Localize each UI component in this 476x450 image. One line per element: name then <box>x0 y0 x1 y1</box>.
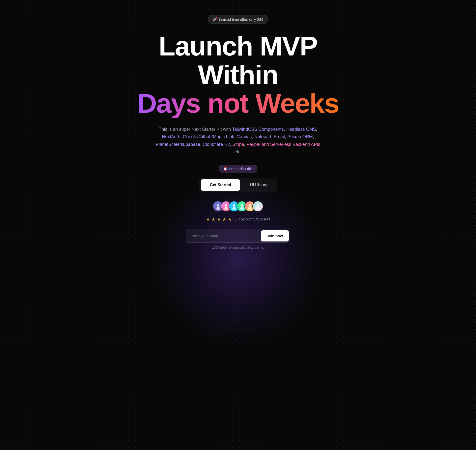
highlight-cloudflare: Cloudflare R2 <box>203 142 230 147</box>
badge-emoji: 🚀 <box>213 17 217 22</box>
highlight-nextauth: NextAuth <box>162 134 180 139</box>
star-5: ★ <box>228 216 232 222</box>
star-4: ★ <box>222 216 227 222</box>
svg-point-0 <box>217 204 220 207</box>
svg-point-5 <box>232 207 236 210</box>
page-wrapper: 🚀 Limited time offer, only $89 Launch MV… <box>0 0 476 450</box>
demo-text: Demo click this <box>229 167 252 171</box>
subtitle-suffix: etc. <box>234 149 241 154</box>
highlight-notepad: Notepad <box>254 134 271 139</box>
highlight-canvas: Canvas <box>237 134 252 139</box>
svg-point-7 <box>240 207 244 210</box>
email-form: Join now <box>186 229 290 243</box>
highlight-planetscale: PlanetScale/supabase <box>156 142 200 147</box>
subtitle-intro: This is an super Next Starter Kit with <box>159 127 232 132</box>
hero-section: 🚀 Limited time offer, only $89 Launch MV… <box>0 0 476 450</box>
rating-detail: by over 121 users <box>241 217 270 221</box>
svg-point-2 <box>225 204 228 207</box>
svg-point-3 <box>224 207 228 210</box>
star-2: ★ <box>211 216 216 222</box>
rating-row: ★ ★ ★ ★ ★ 5.0 by over 121 users <box>206 216 270 222</box>
hero-content: 🚀 Limited time offer, only $89 Launch MV… <box>126 15 350 249</box>
svg-point-11 <box>256 207 260 210</box>
avatar-group <box>213 201 263 212</box>
star-1: ★ <box>206 216 210 222</box>
demo-emoji: 🎯 <box>223 167 228 171</box>
get-started-button[interactable]: Get Started <box>201 179 240 191</box>
headline-line2: Days not Weeks <box>137 89 339 118</box>
highlight-google: Google/Github/Magic Link <box>183 134 234 139</box>
highlight-prisma: Prisma ORM <box>287 134 313 139</box>
highlight-cms: Headless CMS <box>286 127 316 132</box>
highlight-stripe: Stripe <box>233 142 244 147</box>
star-3: ★ <box>217 216 221 222</box>
headline-line1: Launch MVP Within <box>126 32 350 89</box>
highlight-email: Email <box>274 134 285 139</box>
svg-point-8 <box>249 204 251 207</box>
avatar <box>252 201 263 212</box>
cta-buttons-group: Get Started UI Library <box>200 178 276 192</box>
svg-point-1 <box>216 207 220 210</box>
rating-text: 5.0 by over 121 users <box>235 217 270 221</box>
email-input[interactable] <box>186 229 260 242</box>
join-now-button[interactable]: Join now <box>261 230 289 241</box>
highlight-tailwind: TailwindCSS Components <box>232 127 284 132</box>
badge-text: Limited time offer, only $89 <box>219 17 263 22</box>
limited-time-badge: 🚀 Limited time offer, only $89 <box>208 15 268 24</box>
subtitle: This is an super Next Starter Kit with T… <box>154 126 322 156</box>
star-rating: ★ ★ ★ ★ ★ <box>206 216 232 222</box>
svg-point-9 <box>248 207 252 210</box>
svg-point-10 <box>257 204 259 207</box>
free-text: 100% free. Unsubscribe at any time. <box>212 246 264 249</box>
highlight-paypal: Paypal and Serverless Backend APIs <box>247 142 320 147</box>
ui-library-button[interactable]: UI Library <box>241 178 276 192</box>
svg-point-4 <box>233 204 236 207</box>
rating-score: 5.0 <box>235 217 240 221</box>
demo-badge[interactable]: 🎯 Demo click this <box>219 165 257 173</box>
svg-point-6 <box>241 204 243 207</box>
